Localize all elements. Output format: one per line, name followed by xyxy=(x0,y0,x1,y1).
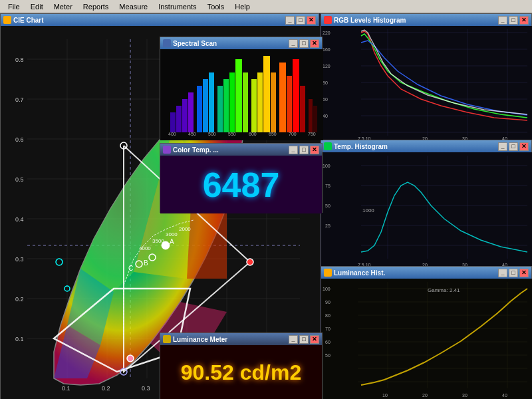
colortemp-close-btn[interactable]: ✕ xyxy=(310,146,319,154)
main-area: CIE Chart _ □ ✕ xyxy=(0,13,532,399)
temp-histogram-panel: Temp. Histogram _ □ ✕ xyxy=(321,140,532,266)
svg-rect-139 xyxy=(309,99,313,132)
temp-histogram-title: Temp. Histogram xyxy=(334,143,497,150)
svg-text:650: 650 xyxy=(269,132,277,136)
menu-help[interactable]: Help xyxy=(229,1,255,12)
svg-text:100: 100 xyxy=(323,287,331,291)
lummet-close-btn[interactable]: ✕ xyxy=(310,335,319,344)
svg-point-26 xyxy=(247,259,253,265)
luminance-histogram-title: Luminance Hist. xyxy=(334,269,497,277)
svg-rect-127 xyxy=(223,79,229,132)
svg-rect-119 xyxy=(170,112,176,132)
svg-text:0.5: 0.5 xyxy=(15,176,24,183)
svg-text:70: 70 xyxy=(325,327,331,331)
rgb-histogram-titlebar: RGB Levels Histogram _ □ ✕ xyxy=(321,14,531,26)
menu-meter[interactable]: Meter xyxy=(49,1,78,12)
colortemp-title: Color Temp. ... xyxy=(173,146,287,154)
lummet-maximize-btn[interactable]: □ xyxy=(299,335,309,344)
spectral-maximize-btn[interactable]: □ xyxy=(299,39,309,48)
menu-tools[interactable]: Tools xyxy=(202,1,230,12)
right-panels: RGB Levels Histogram _ □ ✕ xyxy=(321,13,532,399)
cie-close-btn[interactable]: ✕ xyxy=(307,16,316,25)
svg-text:0.8: 0.8 xyxy=(15,57,24,63)
rgb-minimize-btn[interactable]: _ xyxy=(498,16,507,25)
menu-measure[interactable]: Measure xyxy=(114,1,153,12)
svg-text:50: 50 xyxy=(325,203,331,208)
svg-text:A: A xyxy=(170,238,174,245)
svg-rect-129 xyxy=(235,59,242,132)
svg-rect-53 xyxy=(321,26,532,140)
svg-text:600: 600 xyxy=(249,132,257,136)
svg-text:B: B xyxy=(144,259,148,267)
svg-text:0.3: 0.3 xyxy=(15,256,24,263)
menubar: File Edit Meter Reports Measure Instrume… xyxy=(0,0,532,13)
spectral-close-btn[interactable]: ✕ xyxy=(310,39,319,48)
svg-text:450: 450 xyxy=(188,132,196,136)
rgb-maximize-btn[interactable]: □ xyxy=(509,16,518,25)
svg-text:120: 120 xyxy=(323,64,331,68)
temp-close-btn[interactable]: ✕ xyxy=(519,142,529,151)
menu-file[interactable]: File xyxy=(3,1,25,12)
svg-text:750: 750 xyxy=(308,132,316,136)
svg-text:0.6: 0.6 xyxy=(15,136,24,143)
spectral-minimize-btn[interactable]: _ xyxy=(289,39,298,48)
svg-text:40: 40 xyxy=(502,393,507,398)
spectral-icon xyxy=(163,39,171,47)
svg-text:0.1: 0.1 xyxy=(15,336,24,342)
menu-edit[interactable]: Edit xyxy=(25,1,49,12)
colortemp-icon xyxy=(163,146,171,154)
svg-rect-126 xyxy=(217,86,223,132)
svg-rect-137 xyxy=(293,59,299,132)
svg-text:0.3: 0.3 xyxy=(142,385,150,392)
svg-text:10: 10 xyxy=(382,393,388,398)
svg-text:700: 700 xyxy=(289,132,297,136)
svg-text:C: C xyxy=(128,265,133,272)
svg-text:40: 40 xyxy=(323,114,328,118)
cie-minimize-btn[interactable]: _ xyxy=(285,16,295,25)
svg-rect-75 xyxy=(321,152,532,267)
temp-minimize-btn[interactable]: _ xyxy=(498,142,507,151)
svg-rect-128 xyxy=(229,72,235,132)
svg-rect-140 xyxy=(313,106,317,132)
svg-text:60: 60 xyxy=(325,340,331,344)
svg-text:1000: 1000 xyxy=(362,207,374,213)
cie-titlebar: CIE Chart _ □ ✕ xyxy=(1,14,319,26)
cie-title: CIE Chart xyxy=(13,17,284,24)
svg-rect-123 xyxy=(197,86,202,132)
svg-text:550: 550 xyxy=(228,132,236,136)
luminance-histogram-content: Gamma: 2.41 100 90 80 70 60 50 10 20 30 … xyxy=(321,279,532,399)
svg-rect-125 xyxy=(209,72,214,132)
svg-rect-135 xyxy=(279,63,286,132)
temp-maximize-btn[interactable]: □ xyxy=(509,142,518,151)
luminance-histogram-panel: Luminance Hist. _ □ ✕ xyxy=(321,266,532,399)
colortemp-minimize-btn[interactable]: _ xyxy=(289,146,298,154)
svg-text:30: 30 xyxy=(462,393,467,398)
lum-maximize-btn[interactable]: □ xyxy=(509,269,518,277)
lummet-minimize-btn[interactable]: _ xyxy=(289,335,298,344)
svg-rect-121 xyxy=(182,99,188,132)
svg-text:80: 80 xyxy=(325,313,331,318)
cie-maximize-btn[interactable]: □ xyxy=(296,16,305,25)
svg-text:3000: 3000 xyxy=(166,231,178,237)
lum-close-btn[interactable]: ✕ xyxy=(519,269,529,277)
menu-instruments[interactable]: Instruments xyxy=(153,1,201,12)
svg-text:25: 25 xyxy=(325,223,331,228)
colortemp-titlebar: Color Temp. ... _ □ ✕ xyxy=(160,144,322,156)
svg-rect-131 xyxy=(251,79,257,132)
colortemp-maximize-btn[interactable]: □ xyxy=(299,146,309,154)
lummet-icon xyxy=(163,335,171,343)
luminance-histogram-titlebar: Luminance Hist. _ □ ✕ xyxy=(321,267,531,279)
lum-minimize-btn[interactable]: _ xyxy=(498,269,507,277)
cie-icon xyxy=(3,16,11,24)
rgb-close-btn[interactable]: ✕ xyxy=(519,16,529,25)
svg-text:60: 60 xyxy=(323,97,328,102)
svg-point-30 xyxy=(127,355,134,362)
menu-reports[interactable]: Reports xyxy=(78,1,114,12)
svg-rect-124 xyxy=(203,79,208,132)
colortemp-value: 6487 xyxy=(203,165,280,205)
svg-rect-136 xyxy=(287,76,292,132)
svg-text:50: 50 xyxy=(325,353,331,358)
svg-rect-122 xyxy=(188,92,194,132)
svg-text:75: 75 xyxy=(325,184,331,188)
luminance-meter-panel: Luminance Meter _ □ ✕ 90.52 cd/m2 xyxy=(160,332,323,399)
